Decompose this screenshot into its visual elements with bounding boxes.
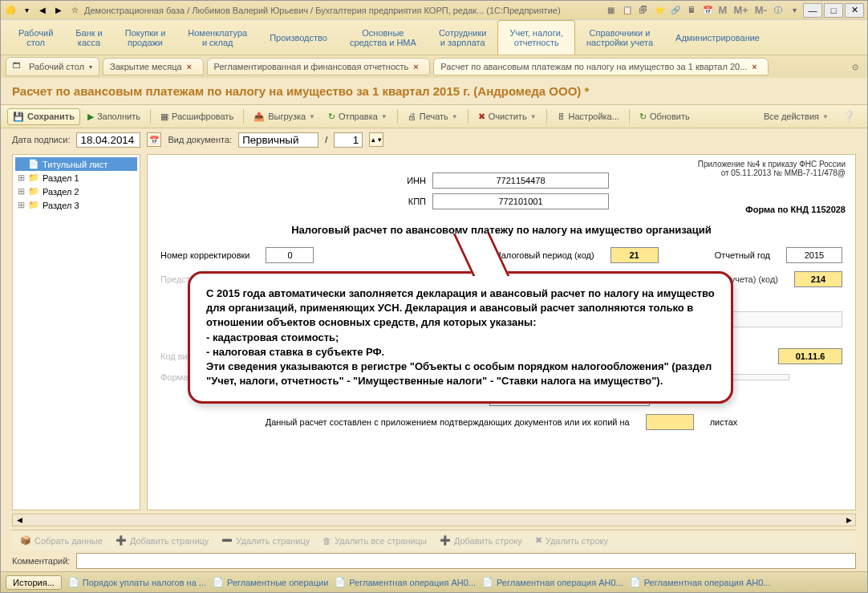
status-item[interactable]: 📄Регламентные операции: [213, 577, 328, 587]
dropdown-icon[interactable]: ▾: [20, 4, 33, 17]
del-icon: ➖: [221, 535, 233, 546]
period-field[interactable]: [610, 247, 659, 263]
tab-property-tax[interactable]: Расчет по авансовым платежам по налогу н…: [433, 58, 769, 75]
year-field[interactable]: [786, 247, 842, 263]
tree-title-page[interactable]: 📄 Титульный лист: [15, 157, 137, 171]
settings-label: Настройка...: [569, 112, 619, 121]
tab-dd-icon[interactable]: ▾: [89, 63, 92, 71]
comment-input[interactable]: [76, 553, 856, 569]
menu-admin[interactable]: Администрирование: [664, 20, 771, 55]
status-item[interactable]: 📄Регламентная операция АН0...: [482, 577, 623, 587]
tab-desktop[interactable]: 🗔 Рабочий стол ▾: [6, 57, 99, 76]
refresh-button[interactable]: ↻ Обновить: [634, 108, 696, 125]
fill-button[interactable]: ▶ Заполнить: [82, 108, 146, 125]
stepper-icon[interactable]: ▲▼: [369, 132, 383, 147]
decode-button[interactable]: ▦ Расшифровать: [155, 108, 239, 125]
info-icon[interactable]: ⓘ: [771, 4, 785, 17]
attach-field[interactable]: [646, 414, 694, 430]
add-row-button[interactable]: ➕Добавить строку: [435, 534, 527, 547]
place-field[interactable]: [794, 271, 842, 287]
tree-section1[interactable]: ⊞ 📁 Раздел 1: [15, 171, 137, 185]
tb-calc-icon[interactable]: 🖩: [684, 4, 699, 17]
maximize-button[interactable]: □: [824, 3, 843, 18]
export-label: Выгрузка: [268, 112, 306, 121]
minimize-button[interactable]: —: [803, 3, 822, 18]
menu-assets[interactable]: Основные средства и НМА: [339, 20, 428, 55]
horizontal-scrollbar[interactable]: ◀ ▶: [12, 514, 856, 526]
tb-icon3[interactable]: 🗐: [636, 4, 651, 17]
scroll-thumb[interactable]: [26, 514, 842, 526]
menu-purchases[interactable]: Покупки и продажи: [114, 20, 177, 55]
status-item[interactable]: 📄Регламентная операция АН0...: [630, 577, 771, 587]
history-button[interactable]: История...: [6, 575, 62, 590]
tree-section3[interactable]: ⊞ 📁 Раздел 3: [15, 198, 137, 212]
scroll-left-icon[interactable]: ◀: [13, 514, 26, 526]
menu-taxes[interactable]: Учет, налоги, отчетность: [497, 20, 574, 55]
star-icon[interactable]: ☆: [68, 4, 81, 17]
doc-icon: 📄: [482, 577, 493, 587]
menu-production[interactable]: Производство: [258, 20, 339, 55]
collect-button[interactable]: 📦Собрать данные: [15, 534, 107, 547]
help-button[interactable]: ❔: [836, 107, 861, 126]
status-item[interactable]: 📄Регламентная операция АН0...: [335, 577, 476, 587]
tb-cal-icon[interactable]: 📅: [700, 4, 715, 17]
tree-section2[interactable]: ⊞ 📁 Раздел 2: [15, 185, 137, 198]
expand-icon[interactable]: ⊞: [17, 173, 25, 183]
settings-button[interactable]: 🎚 Настройка...: [551, 108, 625, 124]
tab-reports[interactable]: Регламентированная и финансовая отчетнос…: [207, 58, 431, 75]
corr-field[interactable]: [266, 247, 314, 263]
kpp-field[interactable]: [432, 193, 609, 209]
inn-label: ИНН: [394, 176, 426, 185]
close-icon[interactable]: ×: [413, 62, 423, 71]
add-page-button[interactable]: ➕Добавить страницу: [111, 534, 213, 547]
tb-icon1[interactable]: ▦: [604, 4, 619, 17]
tb-link-icon[interactable]: 🔗: [668, 4, 683, 17]
export-button[interactable]: 📤 Выгрузка ▼: [248, 108, 321, 125]
tb-dd-icon[interactable]: ▾: [787, 4, 801, 17]
menu-bank[interactable]: Банк и касса: [64, 20, 113, 55]
app-window: 🟡 ▾ ◀ ▶ ☆ Демонстрационная база / Любимо…: [0, 0, 868, 593]
attach-text2: листах: [710, 417, 738, 427]
del-row-button[interactable]: ✖Удалить строку: [530, 534, 613, 547]
tb-star-icon[interactable]: ⭐: [652, 4, 667, 17]
tab-label: Регламентированная и финансовая отчетнос…: [214, 62, 409, 71]
save-icon: 💾: [13, 112, 24, 122]
del-all-button[interactable]: 🗑Удалить все страницы: [318, 534, 432, 547]
send-button[interactable]: ↻ Отправка ▼: [322, 108, 393, 125]
help-icon: ❔: [842, 110, 855, 123]
doctype-input[interactable]: [238, 132, 318, 148]
inn-field[interactable]: [432, 173, 609, 189]
m-plus-button[interactable]: M+: [731, 4, 750, 16]
menu-desktop[interactable]: Рабочий стол: [7, 20, 64, 55]
page-input[interactable]: [334, 132, 363, 148]
close-icon[interactable]: ×: [187, 62, 197, 71]
nav-fwd-icon[interactable]: ▶: [52, 4, 65, 17]
nav-back-icon[interactable]: ◀: [36, 4, 49, 17]
calendar-icon[interactable]: 📅: [147, 132, 161, 147]
tabs-menu-icon[interactable]: ⊙: [848, 60, 862, 73]
expand-icon[interactable]: ⊞: [17, 200, 25, 210]
tab-closing[interactable]: Закрытие месяца ×: [103, 58, 204, 75]
okved-field[interactable]: [778, 348, 842, 364]
menu-references[interactable]: Справочники и настройки учета: [575, 20, 664, 55]
print-button[interactable]: 🖨 Печать ▼: [402, 108, 464, 124]
del-page-button[interactable]: ➖Удалить страницу: [217, 534, 314, 547]
export-icon: 📤: [254, 112, 265, 122]
menu-employees[interactable]: Сотрудники и зарплата: [428, 20, 498, 55]
m-button[interactable]: M: [716, 4, 730, 16]
date-input[interactable]: [76, 132, 140, 148]
scroll-right-icon[interactable]: ▶: [842, 514, 855, 526]
clear-button[interactable]: ✖ Очистить ▼: [473, 108, 542, 125]
all-actions-button[interactable]: Все действия ▼: [758, 108, 834, 124]
expand-icon[interactable]: ⊞: [17, 186, 25, 197]
save-button[interactable]: 💾 Сохранить: [7, 108, 80, 125]
bottom-toolbar: 📦Собрать данные ➕Добавить страницу ➖Удал…: [12, 530, 856, 550]
tb-icon2[interactable]: 📋: [620, 4, 635, 17]
m-minus-button[interactable]: M-: [752, 4, 769, 16]
collect-label: Собрать данные: [34, 536, 103, 546]
delall-label: Удалить все страницы: [335, 536, 427, 546]
close-button[interactable]: ✕: [845, 3, 864, 18]
close-icon[interactable]: ×: [752, 62, 761, 71]
menu-inventory[interactable]: Номенклатура и склад: [176, 20, 258, 55]
status-item[interactable]: 📄Порядок уплаты налогов на ...: [68, 577, 206, 587]
